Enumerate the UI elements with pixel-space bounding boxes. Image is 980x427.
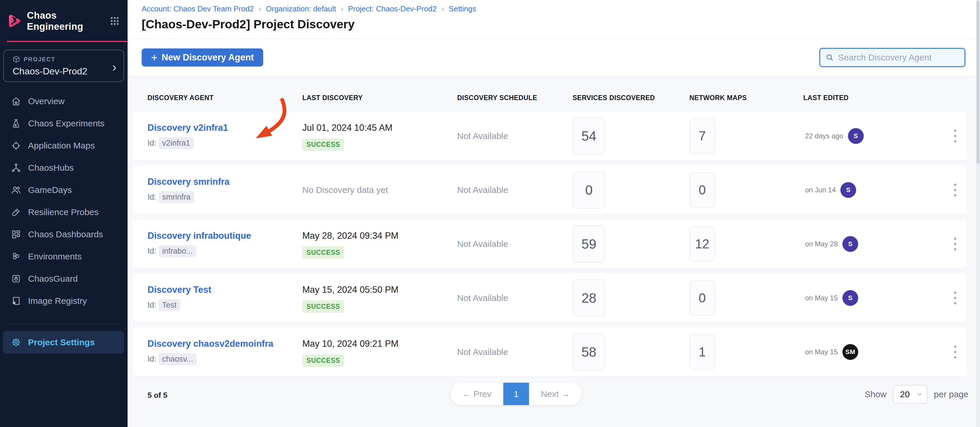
new-discovery-agent-button[interactable]: + New Discovery Agent bbox=[142, 48, 263, 67]
avatar[interactable]: S bbox=[842, 290, 858, 306]
sidebar-item-gamedays[interactable]: GameDays bbox=[0, 179, 127, 201]
sidebar-item-environments[interactable]: Environments bbox=[0, 246, 127, 268]
last-discovery-time: Jul 01, 2024 10:45 AM bbox=[302, 122, 457, 133]
last-edited: on May 15 bbox=[805, 294, 838, 302]
sidebar-item-chaos-dashboards[interactable]: Chaos Dashboards bbox=[0, 223, 127, 246]
services-discovered-count: 28 bbox=[573, 279, 605, 317]
discovery-agent-link[interactable]: Discovery smrinfra bbox=[148, 176, 302, 187]
sidebar-item-overview[interactable]: Overview bbox=[0, 90, 127, 113]
search-icon bbox=[826, 53, 834, 62]
gear-icon bbox=[11, 337, 21, 347]
sidebar-item-label: Application Maps bbox=[28, 141, 95, 151]
brand: Chaos Engineering bbox=[0, 0, 127, 32]
sidebar-item-project-settings[interactable]: Project Settings bbox=[3, 331, 124, 354]
table-row: Discovery v2infra1 Id: v2infra1 Jul 01, … bbox=[133, 111, 967, 160]
last-edited: on Jun 14 bbox=[805, 186, 836, 194]
discovery-agent-link[interactable]: Discovery chaosv2demoinfra bbox=[148, 338, 302, 349]
table-row: Discovery chaosv2demoinfra Id: chaosv...… bbox=[133, 327, 967, 376]
breadcrumb-separator: › bbox=[441, 4, 444, 13]
search-input[interactable] bbox=[838, 52, 960, 62]
discovery-schedule: Not Available bbox=[457, 131, 573, 141]
discovery-schedule: Not Available bbox=[457, 347, 573, 357]
apps-grid-icon[interactable] bbox=[110, 16, 120, 27]
sidebar-item-chaoshubs[interactable]: ChaosHubs bbox=[0, 157, 127, 179]
column-header: DISCOVERY SCHEDULE bbox=[457, 94, 573, 102]
status-badge: SUCCESS bbox=[302, 138, 344, 151]
avatar[interactable]: S bbox=[842, 236, 858, 252]
network-maps-count: 0 bbox=[689, 173, 715, 208]
breadcrumb-separator: › bbox=[340, 4, 343, 13]
column-header: DISCOVERY AGENT bbox=[133, 94, 302, 102]
row-menu-button[interactable] bbox=[952, 128, 958, 144]
search-box bbox=[819, 48, 966, 67]
sidebar-item-label: ChaosHubs bbox=[28, 163, 74, 173]
new-discovery-agent-label: New Discovery Agent bbox=[162, 52, 254, 63]
avatar[interactable]: S bbox=[840, 182, 856, 198]
column-header: LAST EDITED bbox=[803, 94, 967, 102]
table-header-row: DISCOVERY AGENT LAST DISCOVERY DISCOVERY… bbox=[133, 76, 967, 102]
row-menu-button[interactable] bbox=[952, 290, 958, 306]
discovery-schedule: Not Available bbox=[457, 185, 573, 195]
project-name: Chaos-Dev-Prod2 bbox=[13, 66, 124, 77]
breadcrumb-organization-link[interactable]: Organization: default bbox=[266, 5, 336, 13]
sidebar-item-label: Project Settings bbox=[28, 337, 95, 347]
toolbar: + New Discovery Agent bbox=[128, 39, 980, 76]
next-page-button[interactable]: Next → bbox=[529, 389, 582, 399]
agent-id: Id: infrabo... bbox=[148, 245, 302, 257]
per-page-label: per page bbox=[934, 389, 968, 399]
services-discovered-count: 0 bbox=[573, 171, 605, 209]
app-title: Chaos Engineering bbox=[27, 10, 110, 32]
discovery-agent-link[interactable]: Discovery Test bbox=[148, 284, 302, 295]
chevron-down-icon bbox=[916, 391, 923, 397]
network-maps-count: 0 bbox=[689, 281, 715, 316]
discovery-agent-link[interactable]: Discovery infraboutique bbox=[148, 230, 302, 241]
hexagons-icon bbox=[11, 252, 21, 262]
services-discovered-count: 54 bbox=[573, 117, 605, 155]
probe-icon bbox=[11, 207, 21, 217]
cube-icon bbox=[13, 56, 20, 63]
last-discovery-empty: No Discovery data yet bbox=[302, 185, 457, 195]
row-menu-button[interactable] bbox=[952, 236, 958, 252]
project-label: PROJECT bbox=[24, 56, 55, 63]
sidebar-item-label: Image Registry bbox=[28, 296, 87, 306]
breadcrumb-settings-link[interactable]: Settings bbox=[449, 5, 476, 13]
discovery-schedule: Not Available bbox=[457, 239, 573, 249]
users-icon bbox=[11, 185, 21, 195]
sidebar-item-application-maps[interactable]: Application Maps bbox=[0, 135, 127, 157]
table-row: Discovery infraboutique Id: infrabo... M… bbox=[133, 219, 967, 268]
flask-icon bbox=[11, 119, 21, 129]
network-maps-count: 12 bbox=[689, 227, 715, 262]
sidebar-item-label: Resilience Probes bbox=[28, 207, 99, 217]
lock-icon bbox=[11, 274, 21, 284]
row-count: 5 of 5 bbox=[148, 391, 167, 400]
sidebar-item-chaosguard[interactable]: ChaosGuard bbox=[0, 268, 127, 290]
sidebar: Chaos Engineering PROJECT Chaos-Dev-Prod… bbox=[0, 0, 128, 427]
show-label: Show bbox=[865, 389, 886, 399]
sidebar-item-chaos-experiments[interactable]: Chaos Experiments bbox=[0, 113, 127, 135]
avatar[interactable]: S bbox=[848, 128, 864, 144]
scrollbar-thumb[interactable] bbox=[977, 1, 979, 164]
plus-icon: + bbox=[151, 53, 158, 62]
sidebar-item-resilience-probes[interactable]: Resilience Probes bbox=[0, 201, 127, 223]
page-header: Account: Chaos Dev Team Prod2 › Organiza… bbox=[128, 0, 980, 39]
prev-page-button[interactable]: ← Prev bbox=[450, 389, 503, 399]
table-footer: 5 of 5 ← Prev 1 Next → Show 20 per page bbox=[133, 383, 980, 412]
last-edited: 22 days ago bbox=[805, 132, 843, 140]
sidebar-nav: Overview Chaos Experiments Application M… bbox=[0, 90, 127, 354]
breadcrumb-project-link[interactable]: Project: Chaos-Dev-Prod2 bbox=[348, 5, 437, 13]
home-icon bbox=[11, 96, 21, 106]
scrollbar[interactable] bbox=[976, 0, 980, 427]
discovery-agent-link[interactable]: Discovery v2infra1 bbox=[148, 122, 302, 133]
page-size-select[interactable]: 20 bbox=[893, 385, 928, 404]
status-badge: SUCCESS bbox=[302, 246, 344, 259]
project-selector[interactable]: PROJECT Chaos-Dev-Prod2 › bbox=[3, 49, 124, 82]
column-header: SERVICES DISCOVERED bbox=[573, 94, 689, 102]
breadcrumb-account-link[interactable]: Account: Chaos Dev Team Prod2 bbox=[142, 5, 254, 13]
row-menu-button[interactable] bbox=[952, 182, 958, 198]
agent-id-pill: v2infra1 bbox=[159, 137, 194, 149]
column-header: NETWORK MAPS bbox=[689, 94, 803, 102]
sidebar-item-image-registry[interactable]: Image Registry bbox=[0, 290, 127, 312]
current-page-button[interactable]: 1 bbox=[503, 383, 529, 405]
row-menu-button[interactable] bbox=[952, 344, 958, 360]
avatar[interactable]: SM bbox=[842, 344, 858, 360]
